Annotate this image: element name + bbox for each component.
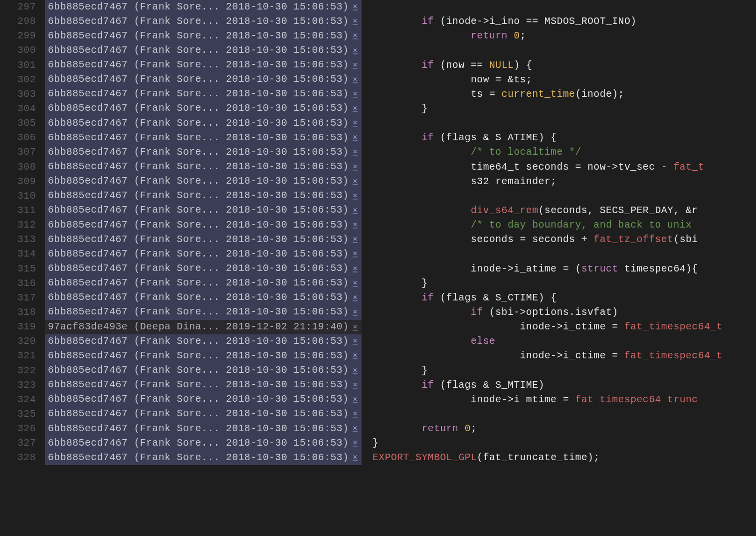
- code-content[interactable]: if (flags & S_CTIME) {: [362, 291, 557, 305]
- code-content[interactable]: inode->i_atime = (struct timespec64){: [362, 262, 698, 276]
- code-content[interactable]: inode->i_ctime = fat_timespec64_t: [362, 320, 723, 334]
- close-icon[interactable]: ✕: [353, 145, 358, 160]
- blame-annotation[interactable]: 6bb885ecd7467 (Frank Sore... 2018-10-30 …: [45, 14, 362, 29]
- editor-row: 2986bb885ecd7467 (Frank Sore... 2018-10-…: [0, 14, 756, 29]
- close-icon[interactable]: ✕: [353, 218, 358, 233]
- close-icon[interactable]: ✕: [353, 101, 358, 116]
- code-content[interactable]: if (now == NULL) {: [362, 58, 532, 73]
- line-number: 320: [0, 334, 45, 349]
- blame-annotation[interactable]: 6bb885ecd7467 (Frank Sore... 2018-10-30 …: [45, 349, 362, 364]
- code-content[interactable]: }: [362, 364, 428, 378]
- blame-annotation[interactable]: 6bb885ecd7467 (Frank Sore... 2018-10-30 …: [45, 87, 362, 102]
- code-content[interactable]: ts = current_time(inode);: [362, 87, 624, 102]
- code-content[interactable]: if (inode->i_ino == MSDOS_ROOT_INO): [362, 14, 637, 29]
- close-icon[interactable]: ✕: [353, 392, 358, 407]
- blame-annotation[interactable]: 6bb885ecd7467 (Frank Sore... 2018-10-30 …: [45, 116, 362, 131]
- close-icon[interactable]: ✕: [353, 363, 358, 378]
- code-content[interactable]: }: [362, 436, 378, 451]
- close-icon[interactable]: ✕: [353, 116, 358, 131]
- close-icon[interactable]: ✕: [353, 305, 358, 319]
- close-icon[interactable]: ✕: [353, 349, 358, 363]
- blame-text: 6bb885ecd7467 (Frank Sore... 2018-10-30 …: [48, 336, 349, 347]
- blame-annotation[interactable]: 6bb885ecd7467 (Frank Sore... 2018-10-30 …: [45, 233, 362, 248]
- close-icon[interactable]: ✕: [353, 378, 358, 392]
- editor-row: 2976bb885ecd7467 (Frank Sore... 2018-10-…: [0, 0, 756, 14]
- blame-annotation[interactable]: 6bb885ecd7467 (Frank Sore... 2018-10-30 …: [45, 29, 362, 44]
- code-content[interactable]: else: [362, 334, 495, 349]
- blame-annotation[interactable]: 6bb885ecd7467 (Frank Sore... 2018-10-30 …: [45, 262, 362, 276]
- code-content[interactable]: return 0;: [362, 422, 477, 436]
- editor-pane[interactable]: 2976bb885ecd7467 (Frank Sore... 2018-10-…: [0, 0, 756, 466]
- code-content[interactable]: seconds = seconds + fat_tz_offset(sbi: [362, 233, 698, 247]
- close-icon[interactable]: ✕: [353, 87, 358, 101]
- blame-annotation[interactable]: 6bb885ecd7467 (Frank Sore... 2018-10-30 …: [45, 145, 362, 160]
- close-icon[interactable]: ✕: [353, 131, 358, 145]
- blame-annotation[interactable]: 6bb885ecd7467 (Frank Sore... 2018-10-30 …: [45, 451, 362, 466]
- code-content[interactable]: if (flags & S_MTIME): [362, 378, 545, 393]
- blame-annotation[interactable]: 97acf83de493e (Deepa Dina... 2019-12-02 …: [45, 320, 362, 334]
- close-icon[interactable]: ✕: [353, 160, 358, 174]
- blame-annotation[interactable]: 6bb885ecd7467 (Frank Sore... 2018-10-30 …: [45, 174, 362, 189]
- blame-annotation[interactable]: 6bb885ecd7467 (Frank Sore... 2018-10-30 …: [45, 334, 362, 349]
- code-content[interactable]: if (sbi->options.isvfat): [362, 305, 618, 320]
- close-icon[interactable]: ✕: [353, 29, 358, 43]
- blame-annotation[interactable]: 6bb885ecd7467 (Frank Sore... 2018-10-30 …: [45, 218, 362, 233]
- close-icon[interactable]: ✕: [353, 320, 358, 334]
- close-icon[interactable]: ✕: [353, 0, 358, 14]
- close-icon[interactable]: ✕: [353, 72, 358, 87]
- close-icon[interactable]: ✕: [353, 203, 358, 218]
- code-content[interactable]: div_s64_rem(seconds, SECS_PER_DAY, &r: [362, 204, 698, 218]
- blame-annotation[interactable]: 6bb885ecd7467 (Frank Sore... 2018-10-30 …: [45, 160, 362, 175]
- blame-annotation[interactable]: 6bb885ecd7467 (Frank Sore... 2018-10-30 …: [45, 58, 362, 73]
- close-icon[interactable]: ✕: [353, 290, 358, 305]
- code-content[interactable]: }: [362, 102, 428, 116]
- editor-row: 3146bb885ecd7467 (Frank Sore... 2018-10-…: [0, 247, 756, 262]
- close-icon[interactable]: ✕: [353, 58, 358, 72]
- close-icon[interactable]: ✕: [353, 189, 358, 203]
- close-icon[interactable]: ✕: [353, 174, 358, 189]
- blame-annotation[interactable]: 6bb885ecd7467 (Frank Sore... 2018-10-30 …: [45, 363, 362, 378]
- close-icon[interactable]: ✕: [353, 247, 358, 262]
- editor-row: 3286bb885ecd7467 (Frank Sore... 2018-10-…: [0, 451, 756, 465]
- blame-annotation[interactable]: 6bb885ecd7467 (Frank Sore... 2018-10-30 …: [45, 189, 362, 204]
- code-content[interactable]: /* to localtime */: [362, 145, 581, 160]
- code-content[interactable]: s32 remainder;: [362, 175, 557, 189]
- blame-annotation[interactable]: 6bb885ecd7467 (Frank Sore... 2018-10-30 …: [45, 247, 362, 262]
- line-number: 319: [0, 320, 45, 334]
- blame-annotation[interactable]: 6bb885ecd7467 (Frank Sore... 2018-10-30 …: [45, 101, 362, 116]
- code-content[interactable]: now = &ts;: [362, 73, 532, 87]
- blame-annotation[interactable]: 6bb885ecd7467 (Frank Sore... 2018-10-30 …: [45, 392, 362, 407]
- close-icon[interactable]: ✕: [353, 43, 358, 58]
- blame-annotation[interactable]: 6bb885ecd7467 (Frank Sore... 2018-10-30 …: [45, 378, 362, 393]
- code-content[interactable]: time64_t seconds = now->tv_sec - fat_t: [362, 160, 704, 175]
- blame-annotation[interactable]: 6bb885ecd7467 (Frank Sore... 2018-10-30 …: [45, 407, 362, 422]
- blame-annotation[interactable]: 6bb885ecd7467 (Frank Sore... 2018-10-30 …: [45, 276, 362, 291]
- close-icon[interactable]: ✕: [353, 451, 358, 465]
- code-content[interactable]: inode->i_mtime = fat_timespec64_trunc: [362, 393, 698, 407]
- code-content[interactable]: }: [362, 276, 428, 291]
- code-content[interactable]: if (flags & S_ATIME) {: [362, 131, 557, 145]
- blame-annotation[interactable]: 6bb885ecd7467 (Frank Sore... 2018-10-30 …: [45, 290, 362, 305]
- line-number: 303: [0, 87, 45, 102]
- blame-annotation[interactable]: 6bb885ecd7467 (Frank Sore... 2018-10-30 …: [45, 422, 362, 437]
- blame-annotation[interactable]: 6bb885ecd7467 (Frank Sore... 2018-10-30 …: [45, 72, 362, 87]
- code-content[interactable]: return 0;: [362, 29, 526, 43]
- blame-annotation[interactable]: 6bb885ecd7467 (Frank Sore... 2018-10-30 …: [45, 436, 362, 451]
- close-icon[interactable]: ✕: [353, 422, 358, 436]
- blame-annotation[interactable]: 6bb885ecd7467 (Frank Sore... 2018-10-30 …: [45, 43, 362, 58]
- blame-annotation[interactable]: 6bb885ecd7467 (Frank Sore... 2018-10-30 …: [45, 0, 362, 15]
- blame-annotation[interactable]: 6bb885ecd7467 (Frank Sore... 2018-10-30 …: [45, 203, 362, 218]
- close-icon[interactable]: ✕: [353, 334, 358, 349]
- close-icon[interactable]: ✕: [353, 276, 358, 290]
- code-content[interactable]: EXPORT_SYMBOL_GPL(fat_truncate_time);: [362, 451, 600, 465]
- blame-annotation[interactable]: 6bb885ecd7467 (Frank Sore... 2018-10-30 …: [45, 131, 362, 146]
- close-icon[interactable]: ✕: [353, 262, 358, 276]
- close-icon[interactable]: ✕: [353, 233, 358, 247]
- blame-annotation[interactable]: 6bb885ecd7467 (Frank Sore... 2018-10-30 …: [45, 305, 362, 320]
- close-icon[interactable]: ✕: [353, 436, 358, 451]
- code-content[interactable]: /* to day boundary, and back to unix: [362, 218, 698, 233]
- editor-row: 3156bb885ecd7467 (Frank Sore... 2018-10-…: [0, 262, 756, 276]
- code-content[interactable]: inode->i_ctime = fat_timespec64_t: [362, 349, 723, 363]
- close-icon[interactable]: ✕: [353, 407, 358, 421]
- close-icon[interactable]: ✕: [353, 14, 358, 29]
